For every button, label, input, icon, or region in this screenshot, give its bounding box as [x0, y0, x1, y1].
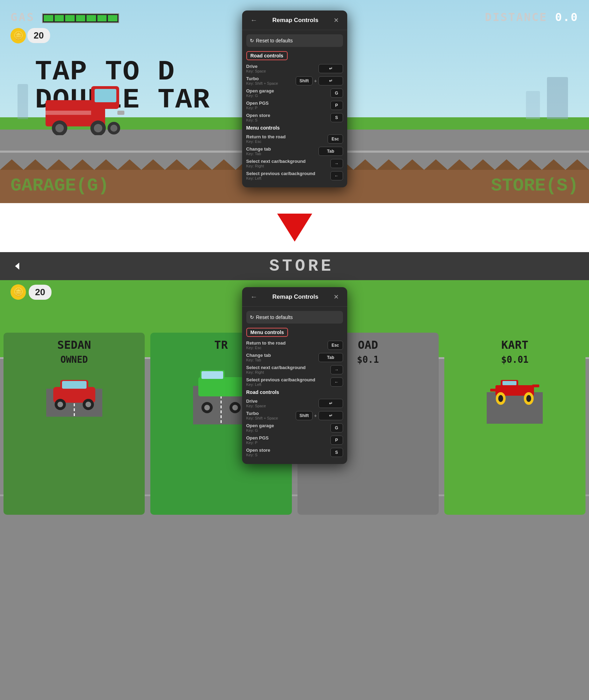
svg-point-39	[526, 395, 531, 402]
drive-btn-bottom[interactable]: ↵	[319, 399, 343, 408]
separator	[0, 203, 589, 252]
next-car-btn-top[interactable]: →	[330, 159, 343, 168]
next-car-row-bottom: Select next car/background Key: Right →	[246, 365, 343, 374]
svg-point-29	[232, 405, 238, 410]
open-store-name-bottom: Open store	[246, 448, 330, 453]
next-car-name-bottom: Select next car/background	[246, 365, 330, 370]
turbo-key: Key: Shift + Space	[246, 81, 296, 85]
building-bg2	[526, 91, 540, 119]
sedan-visual	[46, 368, 102, 418]
drive-row: Drive Key: Space ↵	[246, 64, 343, 73]
kart-title: KART	[501, 338, 528, 352]
svg-point-27	[204, 405, 210, 410]
return-road-key-top: Key: Esc	[246, 139, 328, 144]
modal-header-bottom: ← Remap Controls ✕	[242, 287, 347, 307]
turbo-shift-btn[interactable]: Shift	[296, 76, 313, 85]
kart-card[interactable]: KART $0.01	[444, 333, 585, 515]
turbo-shift-btn-bottom[interactable]: Shift	[296, 411, 313, 420]
return-road-name-bottom: Return to the road	[246, 340, 328, 346]
store-title: STORE	[25, 257, 578, 276]
reset-defaults-btn-bottom[interactable]: ↻ Reset to defaults	[246, 311, 343, 324]
change-tab-btn-top[interactable]: Tab	[319, 147, 343, 156]
modal-back-btn-bottom[interactable]: ←	[248, 291, 260, 302]
sedan-subtitle: OWNED	[60, 354, 88, 365]
sedan-title: SEDAN	[57, 338, 91, 352]
menu-controls-section-top: Menu controls	[246, 125, 343, 131]
drive-key: Key: Space	[246, 69, 319, 73]
svg-rect-25	[201, 371, 223, 379]
remap-controls-modal-bottom: ← Remap Controls ✕ ↻ Reset to defaults M…	[242, 287, 347, 464]
prev-car-key-bottom: Key: Left	[246, 382, 330, 387]
next-car-name-top: Select next car/background	[246, 159, 330, 164]
open-store-btn[interactable]: S	[330, 113, 343, 122]
open-garage-btn-bottom[interactable]: G	[330, 423, 343, 432]
svg-point-18	[57, 402, 63, 407]
road-controls-section-label-top: Road controls	[246, 51, 288, 60]
return-road-name-top: Return to the road	[246, 134, 328, 139]
svg-rect-10	[46, 111, 91, 115]
turbo-row: Turbo Key: Shift + Space Shift + ↵	[246, 76, 343, 85]
open-pgs-btn[interactable]: P	[330, 101, 343, 110]
next-car-key-top: Key: Right	[246, 164, 330, 168]
distance-value: 0.0	[555, 11, 578, 24]
next-car-key-bottom: Key: Right	[246, 370, 330, 374]
gas-seg-6	[97, 15, 107, 21]
road-controls-section-bottom: Road controls	[246, 389, 343, 395]
next-car-row-top: Select next car/background Key: Right →	[246, 159, 343, 168]
open-store-key-bottom: Key: S	[246, 453, 330, 457]
change-tab-row-top: Change tab Key: Tab Tab	[246, 146, 343, 156]
modal-close-btn-bottom[interactable]: ✕	[331, 292, 342, 302]
open-pgs-key: Key: P	[246, 106, 330, 110]
svg-rect-3	[117, 111, 124, 115]
svg-point-7	[94, 124, 102, 132]
turbo-row-bottom: Turbo Key: Shift + Space Shift + ↵	[246, 411, 343, 420]
truck-visual	[193, 354, 249, 426]
menu-controls-section-label-bottom: Menu controls	[246, 328, 288, 337]
turbo-name: Turbo	[246, 76, 296, 81]
return-road-btn-top[interactable]: Esc	[328, 134, 343, 144]
bottom-back-btn[interactable]	[11, 259, 25, 273]
svg-point-9	[110, 125, 117, 132]
road-card-title: OAD	[358, 338, 378, 352]
gas-seg-1	[44, 15, 53, 21]
svg-rect-33	[502, 381, 516, 385]
change-tab-key-bottom: Key: Tab	[246, 358, 319, 362]
svg-point-20	[85, 402, 91, 407]
bottom-scene: STORE 🪙 20 SEDAN OWNED	[0, 252, 589, 700]
svg-rect-30	[487, 392, 543, 424]
open-garage-row: Open garage Key: G G	[246, 88, 343, 98]
return-road-btn-bottom[interactable]: Esc	[328, 341, 343, 350]
svg-rect-2	[95, 89, 116, 102]
sedan-card[interactable]: SEDAN OWNED	[4, 333, 145, 515]
modal-close-btn-top[interactable]: ✕	[331, 15, 342, 26]
turbo-space-btn-bottom[interactable]: ↵	[319, 411, 343, 420]
plus-sign-bottom: +	[314, 413, 317, 418]
drive-binding-btn[interactable]: ↵	[319, 64, 343, 73]
open-garage-btn[interactable]: G	[330, 89, 343, 98]
road-card-price: $0.1	[357, 354, 379, 365]
gas-seg-4	[76, 15, 85, 21]
kart-price: $0.01	[501, 354, 528, 365]
open-store-btn-bottom[interactable]: S	[330, 448, 343, 457]
bottom-header-bar: STORE	[0, 252, 589, 280]
bottom-coin-icon: 🪙	[11, 284, 26, 300]
store-label: STORE(S)	[491, 175, 578, 196]
change-tab-btn-bottom[interactable]: Tab	[319, 353, 343, 362]
coin-count: 20	[27, 28, 50, 43]
open-pgs-btn-bottom[interactable]: P	[330, 436, 343, 445]
plus-sign: +	[314, 78, 317, 84]
turbo-space-btn[interactable]: ↵	[319, 76, 343, 85]
open-garage-key: Key: G	[246, 93, 330, 98]
next-car-btn-bottom[interactable]: →	[330, 365, 343, 374]
reset-defaults-btn-top[interactable]: ↻ Reset to defaults	[246, 34, 343, 47]
prev-car-btn-bottom[interactable]: ←	[330, 377, 343, 387]
open-garage-row-bottom: Open garage Key: G G	[246, 423, 343, 432]
open-garage-key-bottom: Key: G	[246, 428, 330, 432]
svg-rect-16	[62, 381, 87, 389]
drive-key-bottom: Key: Space	[246, 404, 319, 408]
modal-title-top: Remap Controls	[260, 17, 331, 24]
prev-car-btn-top[interactable]: ←	[330, 171, 343, 180]
turbo-combo-bottom: Shift + ↵	[296, 411, 343, 420]
modal-back-btn-top[interactable]: ←	[248, 15, 260, 26]
building-bg	[547, 77, 568, 119]
